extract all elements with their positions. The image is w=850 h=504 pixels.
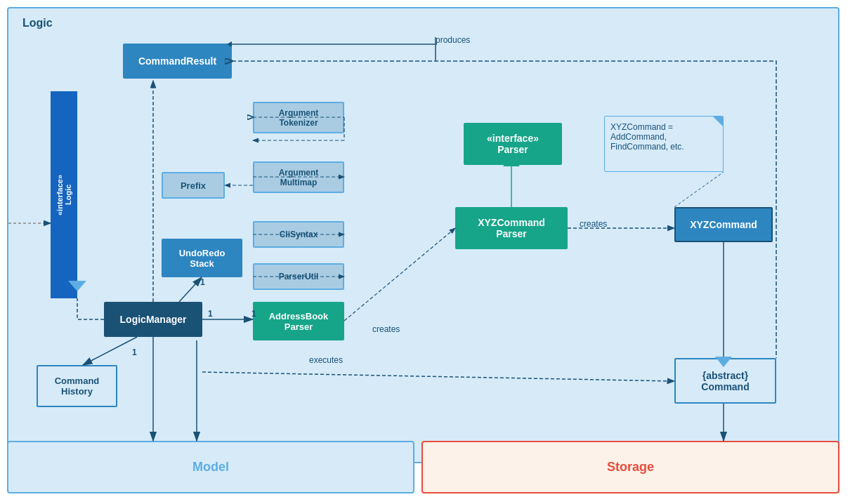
logic-manager-box: LogicManager — [104, 302, 202, 337]
parser-interface-box: «interface» Parser — [464, 123, 562, 165]
creates1-label: creates — [580, 219, 607, 229]
xyz-command-box: XYZCommand — [674, 207, 773, 242]
mult-1-logicmanager-commandhistory: 1 — [132, 347, 137, 357]
logic-label: Logic — [22, 17, 53, 29]
storage-region: Storage — [421, 441, 839, 493]
argument-multimap-box: Argument Multimap — [253, 161, 344, 193]
model-region: Model — [7, 441, 414, 493]
mult-1-logicmanager-addressbookparser-right: 1 — [251, 309, 256, 319]
storage-label: Storage — [607, 460, 654, 475]
argument-tokenizer-box: Argument Tokenizer — [253, 102, 344, 133]
xyz-command-parser-box: XYZCommand Parser — [455, 207, 568, 249]
command-result-box: CommandResult — [123, 44, 232, 79]
model-label: Model — [192, 460, 229, 475]
undo-redo-stack-box: UndoRedo Stack — [162, 239, 242, 277]
creates2-label: creates — [372, 324, 400, 334]
parser-util-box: ParserUtil — [253, 263, 344, 290]
address-book-parser-box: AddressBook Parser — [253, 302, 344, 340]
abstract-command-box: {abstract} Command — [674, 358, 776, 404]
diagram-container: Logic Model Storage CommandResult «inter… — [0, 0, 850, 504]
logic-interface-box: «interface»Logic — [51, 91, 77, 298]
mult-1-logicmanager-addressbookparser-left: 1 — [208, 309, 213, 319]
command-history-box: Command History — [37, 365, 117, 407]
executes-label: executes — [309, 355, 343, 365]
mult-1-undoredo: 1 — [200, 277, 205, 287]
produces-label: produces — [436, 35, 470, 45]
prefix-box: Prefix — [162, 172, 225, 199]
note-box: XYZCommand = AddCommand, FindCommand, et… — [604, 116, 724, 172]
cli-syntax-box: CliSyntax — [253, 221, 344, 248]
